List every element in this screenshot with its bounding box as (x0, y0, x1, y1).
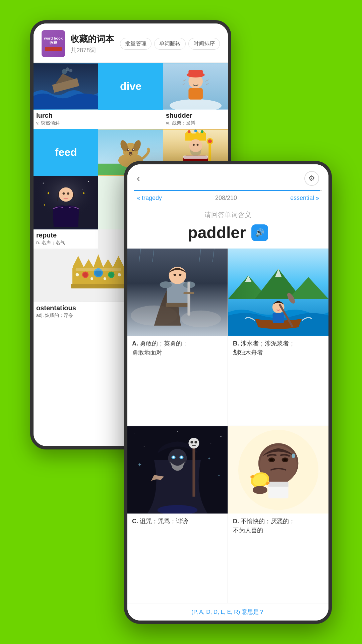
time-sort-button[interactable]: 时间排序 (188, 38, 220, 50)
svg-point-47 (82, 189, 82, 190)
svg-point-5 (69, 69, 72, 72)
svg-rect-10 (188, 70, 203, 76)
svg-point-54 (67, 193, 69, 195)
svg-rect-115 (192, 446, 195, 497)
word-card-shudder[interactable]: shudder vi. 战栗；发抖 (163, 63, 228, 129)
svg-point-68 (109, 272, 114, 277)
speaker-icon: 🔊 (255, 228, 264, 237)
svg-text:✦: ✦ (47, 191, 50, 195)
next-word[interactable]: essential » (290, 195, 319, 202)
word-flip-button[interactable]: 单词翻转 (154, 38, 186, 50)
paddler-image (228, 249, 328, 336)
quiz-word: paddler (188, 223, 246, 242)
quiz-instruction: 请回答单词含义 (127, 205, 328, 221)
svg-text:✦: ✦ (43, 204, 46, 207)
svg-text:✦: ✦ (207, 456, 211, 461)
audio-button[interactable]: 🔊 (251, 224, 268, 241)
svg-rect-79 (166, 303, 189, 307)
bottom-hint[interactable]: (P, A, D, D, L, E, R) 意思是？ (127, 603, 328, 621)
svg-point-135 (253, 486, 267, 494)
answer-a-text: A. 勇敢的；英勇的；勇敢地面对 (127, 336, 228, 361)
settings-button[interactable]: ⚙ (304, 171, 319, 186)
bulk-manage-button[interactable]: 批量管理 (120, 38, 152, 50)
svg-rect-83 (187, 282, 190, 316)
answer-grid: A. 勇敢的；英勇的；勇敢地面对 (127, 249, 328, 603)
answer-card-d[interactable]: D. 不愉快的；厌恶的；不为人喜的 (228, 426, 328, 603)
word-card-lurch[interactable]: lurch v. 突然倾斜 (34, 63, 98, 129)
svg-rect-98 (273, 313, 284, 323)
word-card-repute[interactable]: ✦ ✦ ✦ repute n. 名声；名气 (34, 176, 98, 249)
phones-wrapper: word book收藏 收藏的词本 共2878词 批量管理 单词翻转 时间排序 (30, 20, 332, 624)
repute-image: ✦ ✦ ✦ (34, 176, 98, 229)
svg-point-45 (43, 183, 44, 184)
quiz-word-row: paddler 🔊 (127, 221, 328, 249)
svg-point-66 (83, 272, 88, 277)
wordbook-title: 收藏的词本 (70, 33, 115, 45)
svg-point-26 (129, 152, 132, 154)
svg-point-113 (173, 456, 175, 458)
wordbook-icon: word book收藏 (42, 30, 65, 57)
wordbook-info: 收藏的词本 共2878词 (70, 33, 115, 54)
svg-point-103 (221, 436, 222, 437)
svg-point-24 (128, 149, 129, 150)
repute-word: repute (34, 229, 98, 240)
svg-text:✦: ✦ (82, 191, 85, 195)
svg-text:✦: ✦ (218, 473, 220, 477)
svg-point-46 (88, 181, 89, 182)
svg-rect-69 (76, 268, 121, 271)
svg-point-117 (190, 441, 193, 443)
svg-point-33 (194, 129, 197, 132)
svg-point-106 (177, 431, 178, 432)
wordbook-header: word book收藏 收藏的词本 共2878词 批量管理 单词翻转 时间排序 (34, 23, 228, 63)
prev-word[interactable]: « tragedy (137, 195, 162, 202)
svg-rect-11 (188, 88, 203, 100)
svg-point-32 (188, 130, 190, 133)
answer-c-text: C. 诅咒；咒骂；诽谤 (127, 514, 228, 529)
svg-point-74 (118, 273, 121, 276)
svg-point-118 (194, 441, 197, 443)
svg-point-85 (174, 274, 176, 276)
progress-label: 208/210 (215, 195, 237, 202)
svg-point-25 (133, 149, 134, 150)
lurch-image (34, 63, 98, 110)
svg-point-53 (63, 193, 65, 195)
sour-image (228, 426, 328, 514)
feed-image: feed (34, 129, 98, 176)
svg-point-104 (144, 446, 144, 447)
word-card-dive[interactable]: dive (98, 63, 163, 129)
svg-point-128 (292, 453, 295, 458)
answer-b-text: B. 涉水者；涉泥浆者；划独木舟者 (228, 336, 328, 361)
answer-card-b[interactable]: B. 涉水者；涉泥浆者；划独木舟者 (228, 249, 328, 426)
svg-point-102 (134, 433, 134, 433)
svg-point-73 (104, 277, 106, 280)
breadcrumb: « tragedy 208/210 essential » (127, 191, 328, 205)
answer-card-c[interactable]: ✦ ✦ ✦ (127, 426, 228, 603)
svg-point-40 (208, 139, 212, 143)
svg-point-114 (180, 456, 182, 458)
svg-text:✦: ✦ (137, 462, 142, 468)
svg-point-71 (76, 273, 79, 276)
back-button[interactable]: ‹ (137, 173, 140, 184)
svg-point-42 (196, 144, 198, 146)
shudder-word: shudder (163, 110, 228, 120)
svg-point-41 (193, 144, 195, 146)
quiz-nav: ‹ ⚙ (127, 164, 328, 190)
svg-point-34 (201, 130, 203, 133)
answer-card-a[interactable]: A. 勇敢的；英勇的；勇敢地面对 (127, 249, 228, 426)
svg-rect-37 (183, 156, 208, 159)
svg-point-105 (210, 443, 211, 443)
word-card-feed[interactable]: feed (34, 129, 98, 176)
gear-icon: ⚙ (308, 174, 315, 183)
svg-point-77 (181, 311, 221, 327)
svg-rect-70 (71, 284, 126, 288)
wordbook-count: 共2878词 (70, 46, 115, 54)
phone-front: ‹ ⚙ « tragedy 208/210 essential » 请回答单词含… (124, 161, 332, 624)
svg-point-116 (188, 438, 199, 448)
svg-point-110 (168, 449, 187, 468)
shudder-meaning: vi. 战栗；发抖 (163, 120, 228, 129)
wordbook-actions: 批量管理 单词翻转 时间排序 (120, 38, 220, 50)
svg-point-127 (283, 459, 287, 461)
lurch-word: lurch (34, 110, 98, 120)
wordbook-icon-label: word book收藏 (44, 36, 63, 45)
svg-point-49 (59, 187, 73, 202)
